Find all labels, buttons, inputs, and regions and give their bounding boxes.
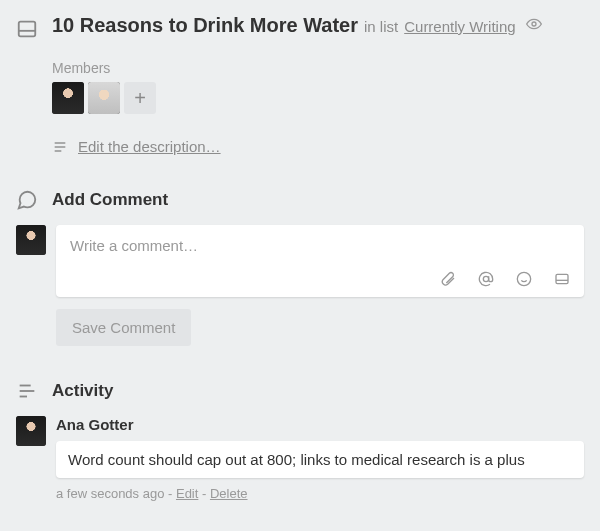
member-avatar[interactable] xyxy=(88,82,120,114)
svg-point-2 xyxy=(532,22,536,26)
description-icon xyxy=(52,139,68,155)
activity-author-name[interactable]: Ana Gotter xyxy=(56,416,584,433)
comment-icon xyxy=(16,189,38,211)
edit-description-link[interactable]: Edit the description… xyxy=(78,138,221,155)
in-list-label: in list xyxy=(364,18,398,35)
svg-rect-10 xyxy=(556,274,568,283)
member-avatar[interactable] xyxy=(52,82,84,114)
comment-input[interactable] xyxy=(70,237,570,254)
add-member-button[interactable]: + xyxy=(124,82,156,114)
activity-timestamp: a few seconds ago xyxy=(56,486,164,501)
svg-rect-0 xyxy=(19,22,36,37)
card-icon xyxy=(16,18,38,40)
attachment-icon[interactable] xyxy=(440,271,456,287)
emoji-icon[interactable] xyxy=(516,271,532,287)
current-user-avatar[interactable] xyxy=(16,225,46,255)
card-ref-icon[interactable] xyxy=(554,271,570,287)
add-comment-heading: Add Comment xyxy=(52,190,168,210)
svg-point-6 xyxy=(483,276,488,281)
activity-icon xyxy=(16,380,38,402)
activity-heading: Activity xyxy=(52,381,113,401)
activity-comment-text: Word count should cap out at 800; links … xyxy=(56,441,584,478)
list-link[interactable]: Currently Writing xyxy=(404,18,515,35)
members-label: Members xyxy=(52,60,584,76)
activity-delete-link[interactable]: Delete xyxy=(210,486,248,501)
save-comment-button[interactable]: Save Comment xyxy=(56,309,191,346)
mention-icon[interactable] xyxy=(478,271,494,287)
activity-edit-link[interactable]: Edit xyxy=(176,486,198,501)
activity-author-avatar[interactable] xyxy=(16,416,46,446)
svg-point-7 xyxy=(517,272,530,285)
comment-box[interactable] xyxy=(56,225,584,297)
card-title[interactable]: 10 Reasons to Drink More Water xyxy=(52,14,358,37)
watch-icon xyxy=(526,16,542,32)
